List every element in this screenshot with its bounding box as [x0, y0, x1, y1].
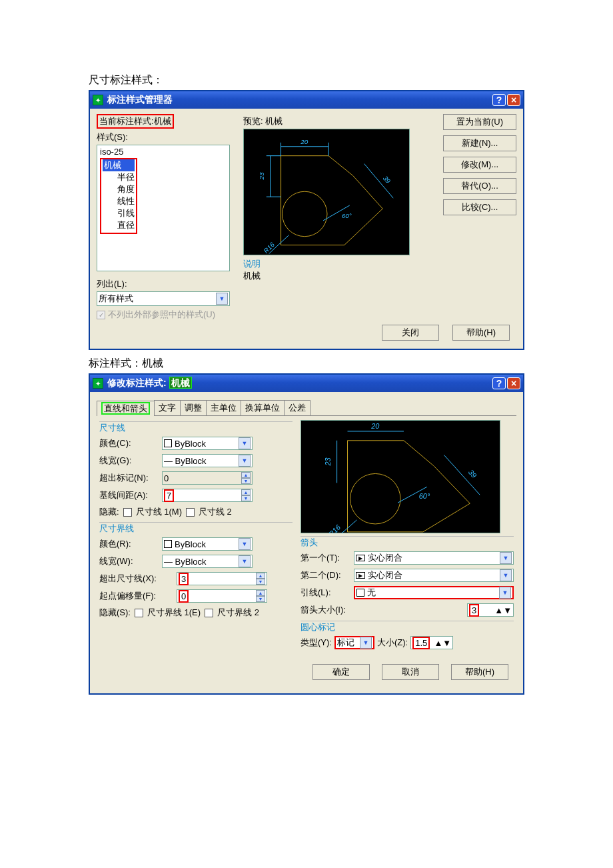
current-style-label: 当前标注样式:机械 [97, 114, 174, 129]
arrow2-label: 第二个(D): [301, 569, 351, 581]
dimline-lw-select[interactable]: — ByBlock ▼ [162, 454, 253, 467]
list-item-selected[interactable]: 机械 [103, 159, 135, 171]
origin-offset-spinner[interactable]: 0 ▲▼ [177, 589, 267, 603]
modify-button[interactable]: 修改(M)... [443, 157, 516, 173]
dimline-lw-label: 线宽(G): [99, 455, 158, 467]
svg-text:60°: 60° [342, 212, 352, 219]
list-filter-select[interactable]: 所有样式 ▼ [97, 291, 230, 306]
arrow1-select[interactable]: ▶ 实心闭合 ▼ [354, 551, 514, 565]
heading-dim-style: 尺寸标注样式： [89, 73, 524, 87]
tab-fit[interactable]: 调整 [180, 400, 207, 415]
chevron-down-icon[interactable]: ▼ [216, 293, 228, 305]
titlebar[interactable]: ✦ 标注样式管理器 ? × [90, 91, 523, 109]
tab-text[interactable]: 文字 [154, 400, 181, 415]
hide-dimline1-checkbox[interactable] [123, 508, 132, 517]
spin-down-icon[interactable]: ▼ [442, 638, 451, 648]
spin-down-icon[interactable]: ▼ [503, 605, 512, 615]
spin-down-icon[interactable]: ▼ [256, 596, 265, 602]
svg-text:23: 23 [324, 457, 332, 466]
app-icon: ✦ [93, 95, 103, 105]
svg-point-0 [283, 191, 327, 236]
help-icon[interactable]: ? [492, 377, 506, 389]
center-size-value: 1.5 [412, 637, 430, 649]
help-button[interactable]: 帮助(H) [451, 664, 508, 680]
spin-up-icon[interactable]: ▲ [434, 638, 442, 648]
select-value: 所有样式 [99, 293, 216, 305]
swatch-icon [164, 439, 172, 447]
swatch-icon [356, 589, 364, 597]
center-size-spinner[interactable]: 1.5 ▲▼ [410, 636, 453, 649]
exclude-xref-checkbox: ✓ [97, 311, 105, 319]
hide-extline1-checkbox[interactable] [135, 609, 143, 617]
list-item[interactable]: 线性 [103, 195, 135, 207]
help-icon[interactable]: ? [492, 94, 506, 106]
list-item[interactable]: 角度 [103, 183, 135, 195]
beyond-spinner[interactable]: 3 ▲▼ [177, 572, 267, 585]
tab-primary[interactable]: 主单位 [206, 400, 241, 415]
arrow-size-spinner[interactable]: 3 ▲▼ [467, 603, 514, 617]
spin-up-icon[interactable]: ▲ [241, 489, 251, 495]
chevron-down-icon[interactable]: ▼ [499, 587, 511, 599]
extline-color-label: 颜色(R): [99, 538, 158, 550]
close-icon[interactable]: × [507, 377, 520, 389]
beyond-value: 3 [179, 573, 189, 585]
cancel-button[interactable]: 取消 [382, 664, 439, 680]
baseline-spinner[interactable]: 7 ▲▼ [162, 489, 253, 502]
leader-select[interactable]: 无 ▼ [354, 586, 514, 599]
new-button[interactable]: 新建(N)... [443, 135, 516, 151]
chevron-down-icon[interactable]: ▼ [239, 538, 251, 550]
hide-label: 隐藏: [99, 506, 119, 518]
close-icon[interactable]: × [507, 94, 520, 106]
ok-button[interactable]: 确定 [312, 664, 370, 680]
svg-text:60°: 60° [419, 492, 430, 500]
chevron-down-icon[interactable]: ▼ [500, 552, 512, 564]
spin-up-icon[interactable]: ▲ [256, 590, 265, 596]
chevron-down-icon[interactable]: ▼ [239, 437, 251, 449]
list-item[interactable]: iso-25 [100, 147, 227, 157]
extline-color-select[interactable]: ByBlock ▼ [162, 537, 253, 551]
ext-mark-spinner: 0 ▲▼ [162, 471, 253, 485]
hide-ext-label: 隐藏(S): [99, 607, 131, 619]
tab-tol[interactable]: 公差 [284, 400, 310, 415]
preview-label: 预览: 机械 [243, 115, 436, 127]
list-item[interactable]: 直径 [103, 219, 135, 231]
spin-down-icon[interactable]: ▼ [256, 579, 265, 585]
svg-text:39: 39 [467, 468, 478, 479]
chevron-down-icon[interactable]: ▼ [500, 569, 512, 581]
styles-listbox[interactable]: iso-25 机械 半径 角度 线性 引线 直径 [97, 145, 230, 271]
hide-extline2-checkbox[interactable] [205, 609, 213, 617]
close-button[interactable]: 关闭 [382, 325, 439, 341]
center-type-select[interactable]: 标记 ▼ [334, 636, 374, 649]
spin-up-icon[interactable]: ▲ [494, 605, 503, 615]
arrow-icon: ▶ [356, 572, 365, 579]
hide-dimline2-label: 尺寸线 2 [199, 506, 232, 518]
dimline-color-select[interactable]: ByBlock ▼ [162, 437, 253, 450]
chevron-down-icon[interactable]: ▼ [239, 455, 251, 467]
list-item[interactable]: 半径 [103, 171, 135, 183]
hide-dimline2-checkbox[interactable] [186, 508, 195, 517]
spin-up-icon[interactable]: ▲ [256, 573, 265, 579]
spin-down-icon[interactable]: ▼ [241, 495, 251, 501]
svg-text:23: 23 [258, 172, 265, 181]
list-item[interactable]: 引线 [103, 207, 135, 219]
arrow-size-value: 3 [469, 604, 479, 617]
arrow2-select[interactable]: ▶ 实心闭合 ▼ [354, 569, 514, 582]
svg-text:20: 20 [300, 138, 308, 145]
tab-alt[interactable]: 换算单位 [241, 400, 285, 415]
extline-lw-select[interactable]: — ByBlock ▼ [162, 555, 253, 568]
titlebar[interactable]: ✦ 修改标注样式: 机械 ? × [90, 375, 523, 392]
list-label: 列出(L): [97, 278, 237, 290]
set-current-button[interactable]: 置为当前(U) [443, 114, 516, 130]
svg-text:R16: R16 [262, 241, 276, 255]
chevron-down-icon[interactable]: ▼ [360, 637, 372, 649]
help-button[interactable]: 帮助(H) [452, 325, 510, 341]
override-button[interactable]: 替代(O)... [443, 178, 516, 194]
compare-button[interactable]: 比较(C)... [443, 199, 516, 215]
svg-text:39: 39 [382, 175, 392, 185]
chevron-down-icon[interactable]: ▼ [239, 555, 251, 567]
window-title: 修改标注样式: 机械 [107, 377, 492, 389]
tab-lines-arrows[interactable]: 直线和箭头 [97, 401, 155, 416]
origin-offset-label: 起点偏移量(F): [99, 590, 173, 602]
dimline-color-label: 颜色(C): [99, 437, 158, 449]
preview-pane: 20 23 39 60° R16 [243, 129, 410, 255]
